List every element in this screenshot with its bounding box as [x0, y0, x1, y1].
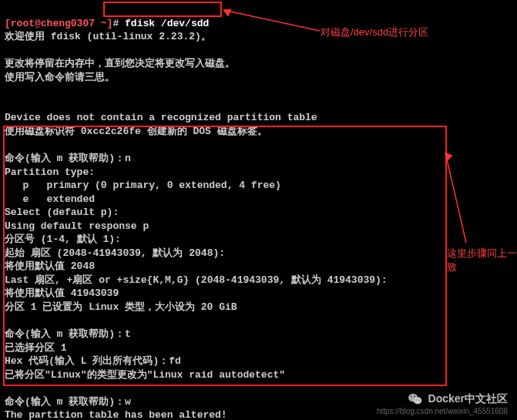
- prompt-symbol: #: [112, 18, 119, 29]
- line: e extended: [5, 193, 95, 205]
- line: 命令(输入 m 获取帮助)：t: [5, 328, 131, 340]
- line: 将使用默认值 2048: [5, 260, 95, 272]
- wechat-icon: [408, 393, 422, 407]
- line: 使用磁盘标识符 0xcc2c26fe 创建新的 DOS 磁盘标签。: [5, 126, 267, 137]
- line: 已将分区"Linux"的类型更改为"Linux raid autodetect": [5, 369, 285, 381]
- annotation-partition: 对磁盘/dev/sdd进行分区: [321, 25, 428, 39]
- annotation-same-steps: 这里步骤同上一致: [447, 247, 517, 274]
- watermark: Docker中文社区 https://blog.csdn.net/weixin_…: [377, 392, 508, 415]
- line: 命令(输入 m 获取帮助)：n: [5, 153, 131, 164]
- prompt-userhost: [root@cheng0307 ~]: [5, 18, 112, 29]
- svg-point-8: [415, 399, 416, 400]
- svg-point-5: [414, 397, 422, 404]
- line: 起始 扇区 (2048-41943039, 默认为 2048):: [5, 247, 225, 259]
- line: Hex 代码(输入 L 列出所有代码)：fd: [5, 355, 181, 367]
- line: Device does not contain a recognized par…: [5, 112, 317, 123]
- svg-marker-3: [445, 153, 452, 162]
- line: Using default response p: [5, 220, 149, 232]
- command-typed[interactable]: fdisk /dev/sdd: [125, 18, 209, 29]
- line: 使用写入命令前请三思。: [5, 72, 115, 83]
- svg-line-2: [445, 153, 466, 243]
- line: 命令(输入 m 获取帮助)：w: [5, 396, 131, 408]
- line: Select (default p):: [5, 207, 119, 218]
- watermark-brand: Docker中文社区: [428, 392, 508, 405]
- line: Partition type:: [5, 166, 95, 178]
- svg-marker-1: [223, 9, 231, 16]
- line: 分区号 (1-4, 默认 1):: [5, 234, 121, 245]
- arrow-to-session: [439, 146, 470, 247]
- line: 分区 1 已设置为 Linux 类型，大小设为 20 GiB: [5, 301, 237, 313]
- line: Last 扇区, +扇区 or +size{K,M,G} (2048-41943…: [5, 274, 388, 286]
- line: p primary (0 primary, 0 extended, 4 free…: [5, 180, 281, 191]
- line: 欢迎使用 fdisk (util-linux 2.23.2)。: [5, 31, 211, 42]
- line: 更改将停留在内存中，直到您决定将更改写入磁盘。: [5, 58, 235, 69]
- svg-point-6: [411, 396, 412, 398]
- arrow-to-command: [216, 6, 324, 37]
- watermark-url: https://blog.csdn.net/weixin_45551608: [377, 407, 508, 415]
- svg-point-7: [414, 396, 415, 398]
- svg-point-9: [418, 399, 419, 400]
- svg-line-0: [223, 10, 320, 31]
- line: 已选择分区 1: [5, 342, 67, 354]
- line: The partition table has been altered!: [5, 409, 227, 420]
- line: 将使用默认值 41943039: [5, 287, 119, 299]
